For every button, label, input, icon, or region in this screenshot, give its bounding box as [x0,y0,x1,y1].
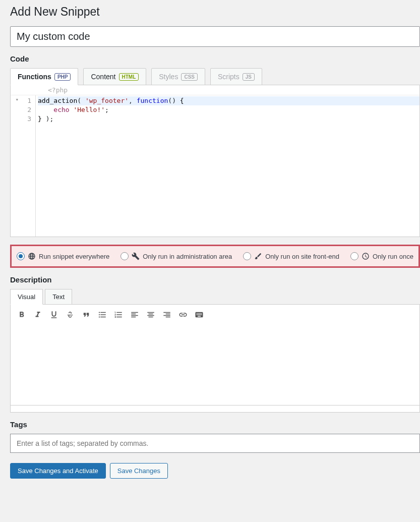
radio-admin[interactable] [121,252,129,260]
brush-icon [254,252,262,260]
tab-functions-label: Functions [18,73,51,81]
scope-everywhere[interactable]: Run snippet everywhere [17,252,109,260]
quote-button[interactable] [79,308,93,322]
section-description-heading: Description [10,275,420,284]
tab-styles-label: Styles [159,73,178,81]
badge-css: CSS [181,73,198,81]
fold-marker[interactable]: ▾ [11,96,19,103]
tab-scripts-label: Scripts [218,73,239,81]
snippet-title-input[interactable] [10,26,420,47]
numbered-list-button[interactable] [111,308,126,322]
form-actions: Save Changes and Activate Save Changes [10,463,420,479]
keyboard-button[interactable] [192,308,206,322]
tags-input[interactable] [10,434,420,453]
description-editor[interactable] [10,325,420,405]
tab-styles: Styles CSS [151,68,205,85]
radio-frontend[interactable] [243,252,251,260]
badge-php: PHP [54,73,71,81]
align-center-button[interactable] [144,308,158,322]
tab-content[interactable]: Content HTML [83,68,146,85]
wrench-icon [132,252,140,260]
align-right-button[interactable] [160,308,174,322]
code-editor[interactable]: <?php ▾ 1 2 3 add_action( 'wp_footer', f… [10,85,420,237]
line-numbers: 1 2 3 [21,95,36,237]
align-left-button[interactable] [128,308,142,322]
desc-tab-text[interactable]: Text [45,289,72,305]
badge-html: HTML [119,73,139,81]
scope-admin[interactable]: Only run in administration area [121,252,232,260]
tab-content-label: Content [91,73,115,81]
page-title: Add New Snippet [10,5,420,19]
code-tabs: Functions PHP Content HTML Styles CSS Sc… [10,68,420,85]
section-tags-heading: Tags [10,420,420,429]
scope-frontend-label: Only run on site front-end [265,253,339,260]
save-button[interactable]: Save Changes [110,463,168,479]
scope-everywhere-label: Run snippet everywhere [39,253,109,260]
save-activate-button[interactable]: Save Changes and Activate [10,463,106,479]
scope-frontend[interactable]: Only run on site front-end [243,252,339,260]
radio-everywhere[interactable] [17,252,25,260]
italic-button[interactable] [31,308,45,322]
radio-once[interactable] [350,252,358,260]
scope-once-label: Only run once [373,253,413,260]
bold-button[interactable] [15,308,29,322]
description-toolbar [10,305,420,325]
scope-admin-label: Only run in administration area [143,253,232,260]
strikethrough-button[interactable] [63,308,77,322]
scope-options: Run snippet everywhere Only run in admin… [10,245,420,268]
tab-functions[interactable]: Functions PHP [10,68,78,85]
badge-js: JS [243,73,255,81]
link-button[interactable] [176,308,190,322]
code-content[interactable]: add_action( 'wp_footer', function() { ec… [36,95,419,237]
underline-button[interactable] [47,308,61,322]
scope-once[interactable]: Only run once [350,252,413,260]
desc-tab-visual[interactable]: Visual [10,289,43,305]
description-statusbar [10,405,420,413]
description-tabs: Visual Text [10,289,420,305]
clock-icon [362,252,370,260]
php-open-tag: <?php [11,85,419,95]
bullet-list-button[interactable] [95,308,109,322]
globe-icon [28,252,36,260]
fold-gutter: ▾ [11,95,21,237]
section-code-heading: Code [10,54,420,63]
tab-scripts: Scripts JS [210,68,262,85]
